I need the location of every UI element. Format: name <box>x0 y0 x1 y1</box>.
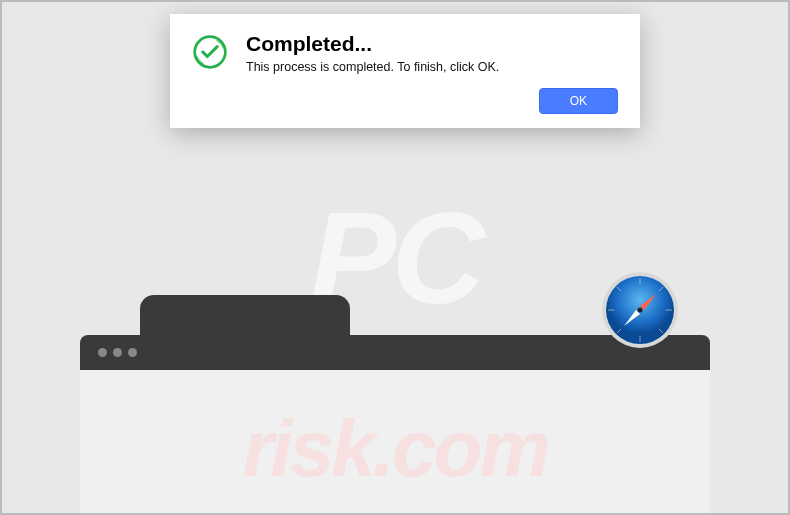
dialog-message: This process is completed. To finish, cl… <box>246 60 618 74</box>
checkmark-circle-icon <box>192 34 228 70</box>
completion-dialog: Completed... This process is completed. … <box>170 14 640 128</box>
browser-content-area <box>80 370 710 515</box>
window-control-maximize[interactable] <box>128 348 137 357</box>
browser-tab[interactable] <box>140 295 350 335</box>
safari-icon <box>600 270 680 350</box>
svg-point-15 <box>638 308 643 313</box>
window-control-close[interactable] <box>98 348 107 357</box>
ok-button[interactable]: OK <box>539 88 618 114</box>
dialog-title: Completed... <box>246 32 618 56</box>
window-control-minimize[interactable] <box>113 348 122 357</box>
